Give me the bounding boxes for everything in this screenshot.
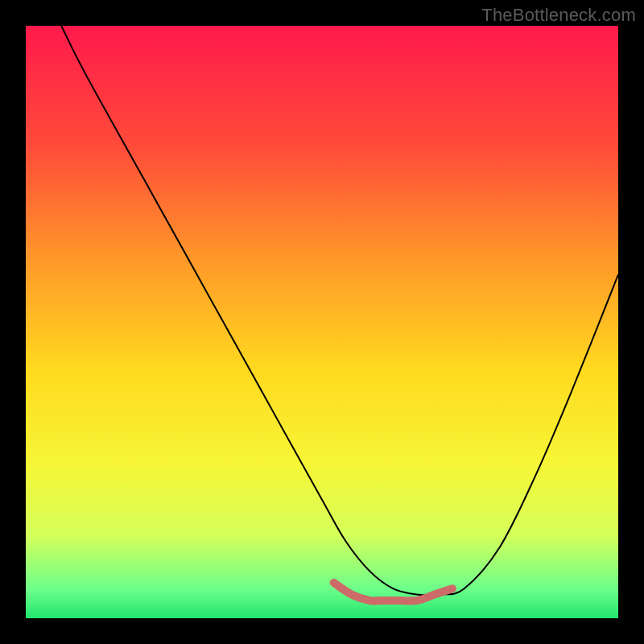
gradient-background: [26, 26, 618, 618]
plot-svg: [26, 26, 618, 618]
watermark-text: TheBottleneck.com: [481, 5, 636, 26]
plot-area: [26, 26, 618, 618]
chart-frame: TheBottleneck.com: [0, 0, 644, 644]
